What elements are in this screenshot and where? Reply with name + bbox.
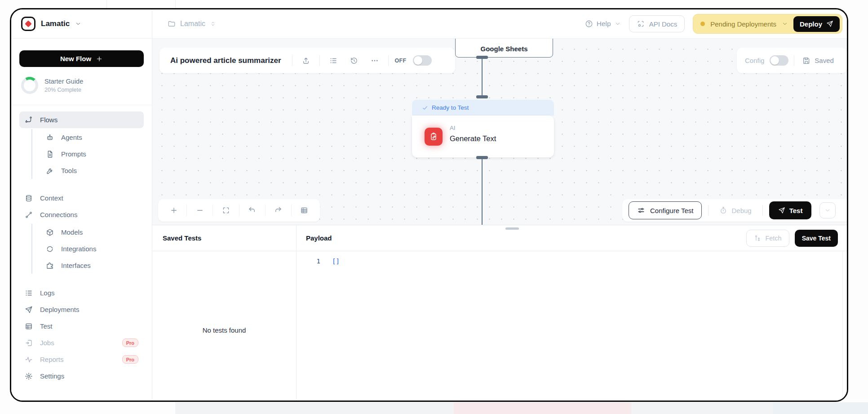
sidebar-item-reports[interactable]: Reports Pro [19,351,144,368]
sidebar-item-label: Interfaces [61,262,138,269]
test-label: Test [789,207,803,214]
stopwatch-icon [719,206,727,214]
version-history-button[interactable] [347,53,361,68]
sidebar-item-context[interactable]: Context [19,190,144,206]
undo-button[interactable] [239,203,265,218]
sidebar-item-test[interactable]: Test [19,318,144,334]
payload-editor[interactable]: 1 [] [297,251,847,265]
sidebar-item-interfaces[interactable]: Interfaces [40,257,144,274]
sidebar-item-label: Deployments [40,306,138,313]
ready-to-test-label: Ready to Test [432,104,469,111]
data-table-button[interactable] [292,203,317,218]
sidebar-item-jobs[interactable]: Jobs Pro [19,334,144,351]
debug-label: Debug [731,207,751,214]
pro-badge: Pro [122,338,138,347]
pro-badge: Pro [122,355,138,364]
flow-enable-toggle[interactable] [413,55,432,66]
sidebar-item-models[interactable]: Models [40,224,144,240]
sidebar-item-settings[interactable]: Settings [19,368,144,384]
interfaces-icon [46,262,54,270]
payload-section: Payload Fetch Save Test 1 [] [297,225,847,401]
saved-tests-title: Saved Tests [163,234,201,242]
share-flow-button[interactable] [299,53,313,68]
brand-header: Lamatic [11,9,152,39]
connector-handle[interactable] [476,95,488,98]
save-test-button[interactable]: Save Test [795,230,838,247]
configure-test-button[interactable]: Configure Test [629,201,702,219]
chevron-down-icon [782,21,788,27]
chevron-down-icon[interactable] [75,21,81,27]
generate-text-icon [425,128,443,146]
sidebar-item-deployments[interactable]: Deployments [19,301,144,318]
pending-deployments-control[interactable]: Pending Deployments Deploy [693,14,842,34]
test-button[interactable]: Test [769,201,812,219]
sidebar-item-label: Context [40,194,138,202]
chevron-down-icon [615,21,621,27]
saved-tests-header: Saved Tests [152,225,296,251]
check-icon [422,105,428,111]
saved-status[interactable]: Saved [802,57,834,65]
workspace-selector[interactable]: Lamatic [168,20,216,28]
sidebar-item-prompts[interactable]: Prompts [40,146,144,162]
background-divider [175,0,176,8]
fetch-icon [754,235,761,242]
chevron-down-icon [824,207,831,214]
redo-button[interactable] [266,203,291,218]
zoom-out-button[interactable] [187,203,213,218]
models-icon [46,228,54,236]
more-options-button[interactable] [368,53,382,68]
deploy-button[interactable]: Deploy [793,16,840,32]
fit-view-button[interactable] [213,203,239,218]
folder-icon [168,20,176,28]
sidebar-item-logs[interactable]: Logs [19,285,144,301]
node-generate-text[interactable]: AI Generate Text [412,116,554,157]
flow-list-button[interactable] [326,53,341,68]
jobs-icon [25,339,33,347]
config-label: Config [745,57,764,64]
test-table-icon [25,322,33,330]
starter-guide[interactable]: Starter Guide 20% Complete [21,77,142,94]
background-artifact [631,402,773,414]
test-options-button[interactable] [819,202,836,218]
plus-icon [170,206,178,214]
pending-deployments-label: Pending Deployments [710,20,776,28]
config-toggle[interactable] [770,55,788,66]
fetch-button[interactable]: Fetch [746,230,789,247]
plus-icon [96,55,103,62]
pending-status-dot [700,22,705,26]
sidebar-item-agents[interactable]: Agents [40,129,144,146]
tools-icon [46,167,54,175]
scrollbar-track[interactable] [842,251,843,397]
prompts-icon [46,150,54,158]
api-docs-icon [637,20,645,28]
new-flow-button[interactable]: New Flow [19,50,144,67]
debug-button[interactable]: Debug [715,206,756,214]
flow-canvas[interactable]: Google Sheets Ready to Test AI Generate … [152,39,848,225]
help-menu[interactable]: Help [585,20,621,28]
logs-icon [25,289,33,297]
sidebar-item-flows[interactable]: Flows [19,111,144,128]
zoom-in-button[interactable] [161,203,186,218]
node-google-sheets[interactable]: Google Sheets [455,39,553,58]
send-plane-icon [778,207,785,214]
settings-gear-icon [25,372,33,380]
table-icon [300,206,308,214]
api-docs-button[interactable]: API Docs [629,15,685,32]
sidebar-item-integrations[interactable]: Integrations [40,240,144,257]
test-panel: Saved Tests No tests found Payload Fetch… [152,225,847,401]
new-flow-label: New Flow [60,55,91,62]
divider [794,55,794,66]
saved-tests-section: Saved Tests No tests found [152,225,297,401]
up-down-chevrons-icon [210,21,216,27]
help-circle-icon [585,20,593,28]
divider [708,205,709,216]
fetch-label: Fetch [765,235,781,242]
sidebar-item-connections[interactable]: Connections [19,206,144,223]
divider [292,55,292,66]
send-plane-icon [826,20,833,27]
sidebar-item-label: Logs [40,289,138,297]
save-test-label: Save Test [802,235,831,242]
sidebar-item-tools[interactable]: Tools [40,162,144,179]
payload-code[interactable]: [] [332,258,340,265]
canvas-toolbar [158,199,320,222]
